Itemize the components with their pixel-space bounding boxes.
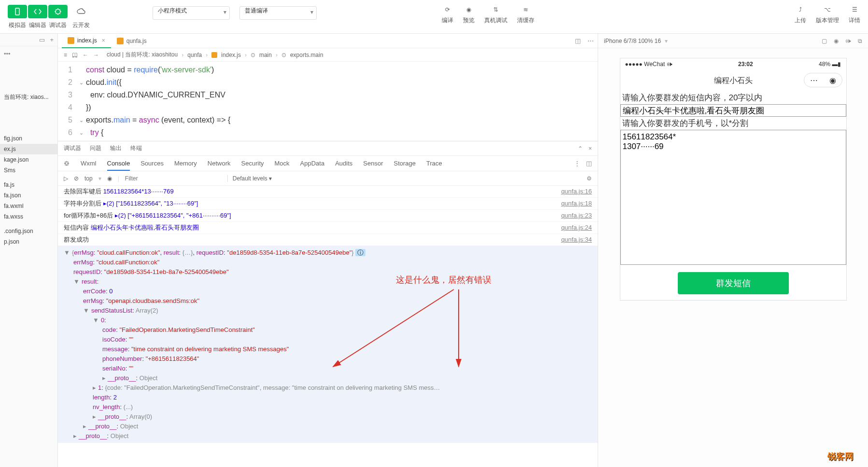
close-icon[interactable]: × <box>588 145 592 152</box>
phone-list-textarea[interactable] <box>620 130 846 265</box>
devtools-panel: 调试器 问题 输出 终端 ⌃ × ⯐ Wxml Console Sources … <box>58 141 598 467</box>
subtab-mock[interactable]: Mock <box>275 160 290 167</box>
capsule[interactable]: ⋯◉ <box>804 73 842 87</box>
dt-tab-terminal[interactable]: 终端 <box>130 144 142 152</box>
context-select[interactable]: top <box>84 175 93 182</box>
file-item[interactable]: Sms <box>0 165 57 176</box>
subtab-audits[interactable]: Audits <box>335 160 352 167</box>
phone-list-label: 请输入你要群发的手机号，以*分割 <box>620 117 846 130</box>
file-item[interactable] <box>0 176 57 179</box>
sidebar-plus-icon[interactable]: + <box>50 36 54 43</box>
version-icon[interactable]: ⌥ <box>823 5 832 14</box>
dt-more-icon[interactable]: ⋮ <box>574 160 580 167</box>
js-file-icon <box>68 37 74 44</box>
subtab-network[interactable]: Network <box>208 160 231 167</box>
file-item[interactable]: ex.js <box>0 144 57 154</box>
dt-tab-problems[interactable]: 问题 <box>90 144 101 152</box>
console-object[interactable]: ▼{errMsg: "cloud.callFunction:ok", resul… <box>58 246 598 443</box>
editor-button[interactable] <box>28 5 47 18</box>
bookmark-icon[interactable]: 🕮 <box>72 52 78 58</box>
console-log-row[interactable]: 去除回车键后 15611823564*13·······769qunfa.js:… <box>58 186 598 198</box>
clear-icon[interactable]: ⊘ <box>74 175 79 182</box>
file-item[interactable]: fa.js <box>0 179 57 190</box>
simulator-label: 模拟器 <box>8 21 27 29</box>
dt-tab-debugger[interactable]: 调试器 <box>64 144 81 152</box>
sim-record-icon[interactable]: ◉ <box>834 38 839 44</box>
tab-index-js[interactable]: index.js × <box>62 34 111 48</box>
status-bar: ●●●●● WeChat 🕪 23:02 48% ▬▮ <box>620 58 846 70</box>
code-editor[interactable]: 1const cloud = require('wx-server-sdk') … <box>58 62 598 141</box>
editor-tabs: index.js × qunfa.js ◫ ⋯ <box>58 34 598 48</box>
settings-icon[interactable]: ⚙ <box>587 175 592 182</box>
sim-mute-icon[interactable]: 🕪 <box>845 38 851 44</box>
console-log-row[interactable]: 群发成功qunfa.js:34 <box>58 234 598 246</box>
more-icon[interactable]: ⋯ <box>588 37 594 44</box>
clear-cache-icon[interactable]: ≋ <box>521 5 531 14</box>
debugger-label: 调试器 <box>48 21 68 29</box>
file-item[interactable]: fa.wxml <box>0 201 57 211</box>
eye-icon[interactable]: ◉ <box>107 175 112 182</box>
sidebar-more[interactable]: ••• <box>0 46 57 61</box>
split-editor-icon[interactable]: ◫ <box>575 37 581 44</box>
subtab-security[interactable]: Security <box>241 160 264 167</box>
file-item[interactable]: fig.json <box>0 133 57 144</box>
console-log-row[interactable]: 字符串分割后 ▸(2) ["15611823564", "13········6… <box>58 198 598 210</box>
tab-qunfa-js[interactable]: qunfa.js <box>111 34 153 48</box>
inspect-icon[interactable]: ⯐ <box>64 160 70 167</box>
subtab-wxml[interactable]: Wxml <box>81 160 97 167</box>
collapse-icon[interactable]: ⌃ <box>578 145 583 152</box>
subtab-sources[interactable]: Sources <box>140 160 164 167</box>
cloud-dev-button[interactable] <box>71 5 91 18</box>
breadcrumb: ≡ 🕮 ← → cloud | 当前环境: xiaoshitou› qunfa›… <box>58 48 598 62</box>
levels-select[interactable]: Default levels ▾ <box>227 175 272 182</box>
file-item[interactable]: p.json <box>0 236 57 247</box>
js-file-icon <box>211 52 217 58</box>
sim-popout-icon[interactable]: ⧉ <box>858 38 862 44</box>
subtab-trace[interactable]: Trace <box>426 160 442 167</box>
subtab-console[interactable]: Console <box>107 160 130 171</box>
dt-dock-icon[interactable]: ◫ <box>586 160 592 167</box>
simulator-panel: iPhone 6/7/8 100% 16▾ ▢ ◉ 🕪 ⧉ ●●●●● WeCh… <box>598 34 868 467</box>
compile-select[interactable]: 普通编译 <box>239 6 317 20</box>
sidebar-icon[interactable]: ▭ <box>39 36 45 43</box>
preview-icon[interactable]: ◉ <box>464 5 474 14</box>
details-icon[interactable]: ☰ <box>850 5 859 14</box>
upload-icon[interactable]: ⤴ <box>796 5 805 14</box>
sms-content-label: 请输入你要群发的短信内容，20字以内 <box>620 91 846 104</box>
console-log-row[interactable]: 短信内容 编程小石头年卡优惠啦,看石头哥朋友圈qunfa.js:24 <box>58 222 598 234</box>
filter-input[interactable] <box>125 175 222 182</box>
file-item[interactable] <box>0 222 57 226</box>
console-output: 去除回车键后 15611823564*13·······769qunfa.js:… <box>58 186 598 467</box>
device-select[interactable]: iPhone 6/7/8 100% 16 <box>604 38 661 44</box>
nav-bar: 编程小石头 ⋯◉ <box>620 70 846 91</box>
forward-icon[interactable]: → <box>93 52 99 58</box>
simulator-button[interactable] <box>8 5 27 18</box>
file-item[interactable]: fa.json <box>0 190 57 201</box>
file-sidebar: ▭+ ••• 当前环境: xiaos... fig.jsonex.jskage.… <box>0 34 58 467</box>
sim-device-icon[interactable]: ▢ <box>822 38 827 44</box>
watermark: 锐客网 <box>827 451 854 462</box>
file-item[interactable]: .config.json <box>0 226 57 236</box>
mode-select[interactable]: 小程序模式 <box>153 6 230 20</box>
subtab-sensor[interactable]: Sensor <box>363 160 383 167</box>
subtab-storage[interactable]: Storage <box>394 160 416 167</box>
back-icon[interactable]: ← <box>83 52 88 58</box>
step-icon[interactable]: ▷ <box>64 175 68 182</box>
svg-rect-0 <box>15 8 19 15</box>
editor-label: 编辑器 <box>28 21 47 29</box>
file-item[interactable]: fa.wxss <box>0 211 57 222</box>
sms-content-input[interactable] <box>620 104 846 117</box>
subtab-memory[interactable]: Memory <box>174 160 197 167</box>
subtab-appdata[interactable]: AppData <box>300 160 325 167</box>
error-annotation: 这是什么鬼，居然有错误 <box>396 275 491 285</box>
debugger-button[interactable] <box>48 5 68 18</box>
send-sms-button[interactable]: 群发短信 <box>678 272 789 294</box>
bc-icon[interactable]: ≡ <box>64 52 67 58</box>
js-file-icon <box>117 38 124 44</box>
console-log-row[interactable]: for循环添加+86后 ▸(2) ["+8615611823564", "+86… <box>58 210 598 222</box>
compile-icon[interactable]: ⟳ <box>443 5 452 14</box>
dt-tab-output[interactable]: 输出 <box>110 144 122 152</box>
close-icon[interactable]: × <box>102 37 105 44</box>
remote-debug-icon[interactable]: ⇅ <box>491 5 501 14</box>
file-item[interactable]: kage.json <box>0 154 57 165</box>
